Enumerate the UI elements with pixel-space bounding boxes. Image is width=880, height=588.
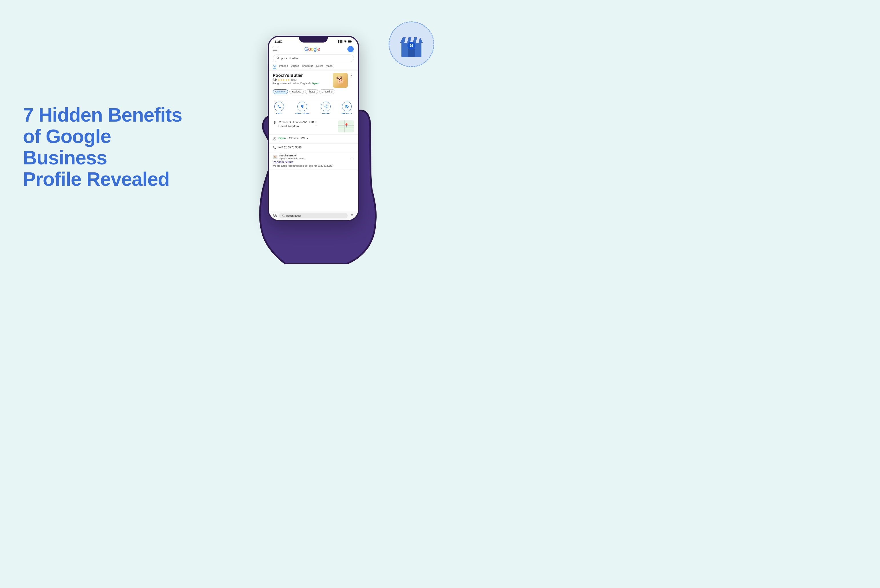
- google-letter-o2: o: [311, 46, 314, 52]
- filter-tab-maps[interactable]: Maps: [326, 64, 332, 69]
- gbp-store-icon: G: [397, 30, 426, 58]
- hours-row: Open · Closes 6 PM ▾: [269, 135, 358, 144]
- headline-line2: of Google Business: [23, 125, 111, 168]
- svg-text:📍: 📍: [344, 123, 349, 128]
- closes-label: · Closes 6 PM: [287, 137, 305, 140]
- business-name: Pooch's Butler: [273, 73, 319, 78]
- filter-tab-images[interactable]: Images: [279, 64, 288, 69]
- phone-row: +44 20 3770 9366: [269, 144, 358, 152]
- rating-number: 4.9: [273, 78, 277, 81]
- pill-overview[interactable]: Overview: [273, 89, 288, 94]
- website-url: https://poochsbutler.co.uk: [279, 157, 305, 159]
- search-bar[interactable]: pooch butler: [273, 54, 354, 62]
- scroll-content: Pooch's Butler 4.9 ★★★★★ (103) Pet groom…: [269, 70, 358, 211]
- website-link[interactable]: Pooch's Butler: [273, 160, 354, 164]
- directions-label: DIRECTIONS: [295, 112, 310, 115]
- svg-rect-10: [351, 41, 352, 42]
- share-button[interactable]: SHARE: [321, 102, 331, 115]
- microphone-icon[interactable]: [350, 213, 354, 218]
- page-container: 7 Hidden Benefits of Google Business Pro…: [0, 0, 440, 294]
- website-snippet: we are a top recommended pet spa for 202…: [273, 164, 354, 168]
- bottom-search-text: pooch butler: [286, 214, 301, 217]
- bottom-aa-label[interactable]: AA: [273, 214, 277, 217]
- svg-point-13: [326, 105, 327, 106]
- action-buttons: CALL DIRECTIONS: [269, 99, 358, 117]
- left-section: 7 Hidden Benefits of Google Business Pro…: [23, 104, 188, 189]
- website-icon-circle: [342, 102, 352, 111]
- page-headline: 7 Hidden Benefits of Google Business Pro…: [23, 104, 188, 189]
- website-domain-info: Pooch's Butler https://poochsbutler.co.u…: [279, 154, 305, 159]
- filter-tab-all[interactable]: All: [273, 64, 276, 69]
- open-status: Open: [312, 82, 319, 85]
- phone-frame: 11:52 ▐▐▐: [268, 36, 359, 221]
- phone-icon: [273, 146, 276, 150]
- google-letter-g2: g: [314, 46, 317, 52]
- svg-rect-9: [348, 41, 351, 42]
- website-label: WEBSITE: [342, 112, 352, 115]
- share-icon-circle: [321, 102, 331, 111]
- svg-point-15: [326, 107, 327, 108]
- headline-line1: 7 Hidden Benefits: [23, 104, 182, 126]
- address-line2: United Kingdom: [278, 124, 316, 129]
- google-logo: Google: [304, 46, 320, 52]
- right-section: G 11:5: [200, 30, 417, 264]
- svg-rect-1: [408, 48, 415, 57]
- directions-icon-circle: [298, 102, 307, 111]
- clock-icon: [273, 137, 276, 141]
- call-icon-circle: [274, 102, 284, 111]
- pill-photos[interactable]: Photos: [305, 89, 318, 94]
- svg-point-7: [345, 42, 345, 43]
- google-letter-g1: G: [304, 46, 308, 52]
- pill-reviews[interactable]: Reviews: [289, 89, 304, 94]
- category-pills: Overview Reviews Photos Grooming: [273, 89, 354, 94]
- address-row: 71 York St, London W1H 1BJ, United Kingd…: [269, 118, 358, 135]
- website-result: 🏠 Pooch's Butler https://poochsbutler.co…: [269, 152, 358, 170]
- search-query-text: pooch butler: [281, 57, 299, 60]
- status-time: 11:52: [275, 40, 283, 44]
- map-thumbnail[interactable]: 📍: [338, 120, 354, 132]
- website-result-header: 🏠 Pooch's Butler https://poochsbutler.co…: [273, 154, 354, 159]
- svg-line-16: [325, 107, 326, 107]
- business-thumbnail: 🐕: [333, 73, 348, 88]
- svg-rect-21: [338, 128, 354, 128]
- hours-info: Open · Closes 6 PM ▾: [278, 137, 308, 140]
- google-header: Google: [269, 45, 358, 53]
- bottom-search-pill[interactable]: pooch butler: [279, 213, 348, 218]
- call-button[interactable]: CALL: [274, 102, 284, 115]
- svg-point-14: [324, 106, 325, 107]
- gbp-icon-circle: G: [388, 21, 434, 67]
- directions-button[interactable]: DIRECTIONS: [295, 102, 310, 115]
- filter-tab-videos[interactable]: Videos: [291, 64, 299, 69]
- phone-number[interactable]: +44 20 3770 9366: [278, 146, 302, 150]
- call-label: CALL: [276, 112, 282, 115]
- google-avatar[interactable]: [347, 46, 354, 52]
- address-line1: 71 York St, London W1H 1BJ,: [278, 120, 316, 124]
- filter-tab-shopping[interactable]: Shopping: [302, 64, 313, 69]
- hamburger-menu[interactable]: [273, 48, 277, 51]
- business-info: Pooch's Butler 4.9 ★★★★★ (103) Pet groom…: [273, 73, 319, 85]
- pill-grooming[interactable]: Grooming: [319, 89, 335, 94]
- website-favicon: 🏠: [273, 155, 277, 159]
- location-icon: [273, 121, 276, 125]
- business-more-button[interactable]: ⋮: [349, 73, 354, 78]
- svg-text:G: G: [410, 43, 413, 48]
- business-photo: 🐕: [333, 73, 348, 88]
- business-header: Pooch's Butler 4.9 ★★★★★ (103) Pet groom…: [273, 73, 354, 88]
- svg-line-12: [278, 58, 279, 59]
- filter-tab-news[interactable]: News: [316, 64, 323, 69]
- website-button[interactable]: WEBSITE: [342, 102, 352, 115]
- website-site-name: Pooch's Butler: [279, 154, 305, 157]
- filter-tabs: All Images Videos Shopping News Maps: [269, 63, 358, 70]
- website-more-button[interactable]: ⋮: [350, 155, 354, 159]
- address-text: 71 York St, London W1H 1BJ, United Kingd…: [278, 120, 316, 129]
- business-card: Pooch's Butler 4.9 ★★★★★ (103) Pet groom…: [269, 70, 358, 98]
- wifi-icon: [343, 40, 347, 44]
- status-icons: ▐▐▐: [337, 40, 352, 44]
- headline-line3: Profile Revealed: [23, 168, 169, 190]
- rating-row: 4.9 ★★★★★ (103): [273, 78, 319, 81]
- hours-chevron[interactable]: ▾: [307, 137, 308, 140]
- signal-icon: ▐▐▐: [337, 40, 342, 43]
- google-letter-e: e: [317, 46, 320, 52]
- battery-icon: [348, 40, 352, 44]
- phone-hand-wrapper: 11:52 ▐▐▐: [235, 30, 383, 264]
